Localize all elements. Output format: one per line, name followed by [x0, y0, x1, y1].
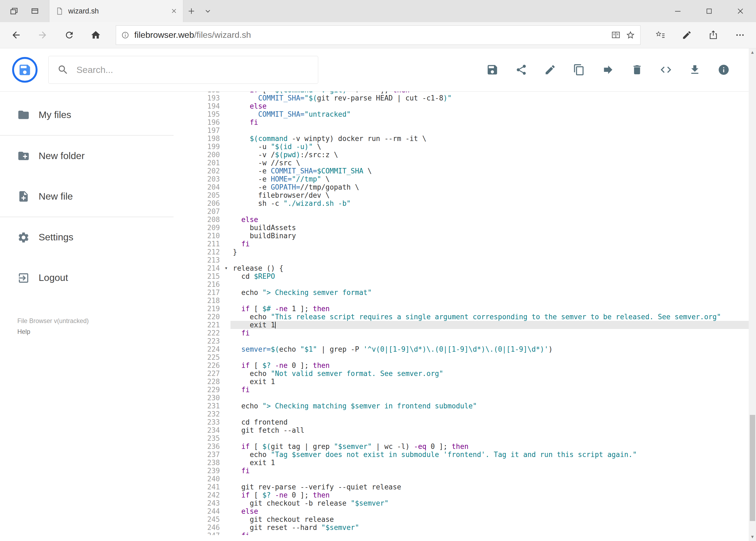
code-line: 230 — [173, 394, 749, 402]
line-number: 215 — [173, 272, 222, 280]
file-actions-toolbar — [486, 64, 749, 76]
tabs-preview-icon[interactable] — [27, 0, 44, 22]
app-header: Search... — [0, 48, 749, 92]
line-number: 245 — [173, 515, 222, 523]
help-link[interactable]: Help — [17, 328, 173, 335]
favorites-hub-icon[interactable] — [647, 25, 674, 46]
page-scrollbar[interactable]: ▲ ▼ — [749, 48, 756, 541]
copy-button[interactable] — [573, 64, 585, 76]
code-editor[interactable]: 192 if [ "$(command -v git)" != "" ]; th… — [173, 92, 749, 535]
app-content: My files New folder New file Settings — [0, 92, 749, 541]
line-number: 203 — [173, 175, 222, 183]
line-number: 208 — [173, 216, 222, 224]
back-button[interactable] — [3, 25, 29, 46]
tab-list-chevron-icon[interactable] — [200, 0, 216, 22]
reading-view-icon[interactable] — [611, 30, 621, 40]
code-line: 200 -v /$(pwd):/src:z \ — [173, 151, 749, 159]
line-number: 242 — [173, 491, 222, 499]
site-info-icon[interactable] — [121, 31, 129, 39]
download-button[interactable] — [688, 64, 701, 76]
fold-gutter — [222, 361, 230, 369]
forward-button[interactable] — [29, 25, 56, 46]
code-line: 243 git checkout -b release "$semver" — [173, 499, 749, 507]
fold-gutter — [222, 377, 230, 386]
sidebar-item-my-files[interactable]: My files — [0, 95, 173, 135]
line-number: 200 — [173, 151, 222, 159]
sidebar-item-new-file[interactable]: New file — [0, 176, 173, 217]
share-button[interactable] — [515, 64, 527, 76]
move-button[interactable] — [602, 64, 614, 76]
fold-gutter — [222, 94, 230, 102]
line-number: 219 — [173, 305, 222, 313]
delete-button[interactable] — [631, 64, 643, 76]
fold-gutter — [222, 532, 230, 535]
line-number: 221 — [173, 321, 222, 329]
new-folder-icon — [17, 150, 30, 162]
code-line: 235 — [173, 434, 749, 442]
code-view-button[interactable] — [660, 64, 672, 76]
minimize-button[interactable] — [662, 0, 693, 22]
fold-gutter — [222, 459, 230, 467]
line-number: 236 — [173, 442, 222, 450]
code-line: 225 — [173, 353, 749, 361]
close-button[interactable] — [725, 0, 756, 22]
code-line: 229 fi — [173, 386, 749, 394]
code-line: 246 git reset --hard "$semver" — [173, 523, 749, 532]
line-number: 196 — [173, 118, 222, 126]
scroll-down-arrow-icon[interactable]: ▼ — [749, 533, 756, 541]
fold-gutter — [222, 329, 230, 337]
maximize-button[interactable] — [693, 0, 725, 22]
search-input[interactable]: Search... — [48, 56, 318, 84]
more-options-icon[interactable] — [727, 25, 753, 46]
navigation-bar: filebrowser.web/files/wizard.sh — [0, 22, 756, 48]
address-bar[interactable]: filebrowser.web/files/wizard.sh — [116, 25, 640, 45]
home-button[interactable] — [82, 25, 109, 46]
sidebar-item-label: New folder — [39, 151, 85, 162]
set-tabs-aside-icon[interactable] — [6, 0, 22, 22]
sidebar-item-logout[interactable]: Logout — [0, 258, 173, 298]
fold-marker-icon[interactable]: ▾ — [222, 264, 230, 272]
line-number: 218 — [173, 296, 222, 305]
code-line: 217 echo "> Checking semver format" — [173, 288, 749, 296]
line-number: 226 — [173, 361, 222, 369]
line-number: 207 — [173, 208, 222, 216]
scroll-up-arrow-icon[interactable]: ▲ — [749, 48, 756, 56]
web-note-pen-icon[interactable] — [674, 25, 700, 46]
line-number: 206 — [173, 199, 222, 208]
code-line: 213 — [173, 256, 749, 264]
code-line: 216 — [173, 280, 749, 288]
fold-gutter — [222, 216, 230, 224]
line-number: 199 — [173, 143, 222, 151]
share-page-icon[interactable] — [700, 25, 727, 46]
line-number: 210 — [173, 232, 222, 240]
favorite-star-icon[interactable] — [626, 30, 635, 40]
sidebar-item-settings[interactable]: Settings — [0, 217, 173, 258]
refresh-icon[interactable] — [56, 25, 82, 46]
code-line: 221 exit 1 — [173, 321, 749, 329]
sidebar-item-new-folder[interactable]: New folder — [0, 136, 173, 176]
fold-gutter — [222, 199, 230, 208]
save-button[interactable] — [486, 64, 499, 76]
line-number: 233 — [173, 418, 222, 426]
rename-button[interactable] — [544, 64, 556, 76]
line-number: 220 — [173, 313, 222, 321]
fold-gutter — [222, 175, 230, 183]
fold-gutter — [222, 483, 230, 491]
code-line: 196 fi — [173, 118, 749, 126]
fold-gutter — [222, 434, 230, 442]
new-tab-button[interactable] — [183, 0, 200, 22]
line-number: 204 — [173, 183, 222, 191]
line-number: 232 — [173, 410, 222, 418]
line-number: 225 — [173, 353, 222, 361]
code-line: 219 if [ $# -ne 1 ]; then — [173, 305, 749, 313]
info-button[interactable] — [717, 64, 730, 76]
fold-gutter — [222, 143, 230, 151]
line-number: 239 — [173, 467, 222, 475]
fold-gutter — [222, 491, 230, 499]
line-number: 192 — [173, 92, 222, 94]
browser-tab[interactable]: wizard.sh — [49, 0, 183, 22]
fold-gutter — [222, 442, 230, 450]
tab-close-icon[interactable] — [171, 8, 177, 14]
scrollbar-thumb[interactable] — [750, 415, 755, 521]
fold-gutter — [222, 450, 230, 459]
